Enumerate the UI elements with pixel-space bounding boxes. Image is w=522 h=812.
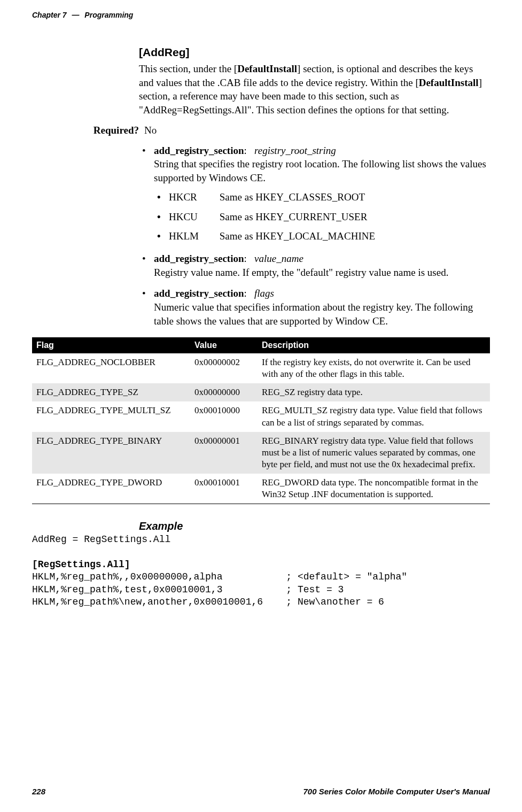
bullet-list: add_registry_section: registry_root_stri… xyxy=(139,144,490,328)
header-dash: — xyxy=(72,11,79,19)
intro-bold-1: DefaultInstall xyxy=(237,63,297,74)
page-header: Chapter 7 — Programming xyxy=(32,11,490,19)
section-intro: This section, under the [DefaultInstall]… xyxy=(139,62,490,117)
inner-bullet-item: HKCR Same as HKEY_CLASSES_ROOT xyxy=(154,190,490,205)
cell-value: 0x00000002 xyxy=(190,353,258,383)
bullet-desc: Numeric value that specifies information… xyxy=(154,301,473,327)
header-left: Chapter 7 — Programming xyxy=(32,11,133,19)
footer-title: 700 Series Color Mobile Computer User's … xyxy=(303,787,490,796)
bullet-item: add_registry_section: value_name Registr… xyxy=(139,252,490,279)
table-row: FLG_ADDREG_TYPE_DWORD 0x00010001 REG_DWO… xyxy=(32,474,490,504)
reg-val: Same as HKEY_CLASSES_ROOT xyxy=(220,191,365,203)
table-row: FLG_ADDREG_NOCLOBBER 0x00000002 If the r… xyxy=(32,353,490,383)
cell-flag: FLG_ADDREG_TYPE_MULTI_SZ xyxy=(32,401,190,431)
code-section-header: [RegSettings.All] xyxy=(32,559,130,570)
inner-bullet-list: HKCR Same as HKEY_CLASSES_ROOT HKCU Same… xyxy=(154,190,490,244)
reg-key: HKLM xyxy=(169,229,217,244)
reg-val: Same as HKEY_LOCAL_MACHINE xyxy=(220,230,375,242)
cell-value: 0x00000000 xyxy=(190,383,258,401)
intro-text-pre: This section, under the [ xyxy=(139,63,237,74)
cell-desc: If the registry key exists, do not overw… xyxy=(258,353,490,383)
chapter-label: Chapter 7 xyxy=(32,11,67,19)
bullet-desc: String that specifies the registry root … xyxy=(154,158,486,183)
cell-desc: REG_BINARY registry data type. Value fie… xyxy=(258,432,490,474)
page-number: 228 xyxy=(32,787,45,796)
table-row: FLG_ADDREG_TYPE_SZ 0x00000000 REG_SZ reg… xyxy=(32,383,490,401)
cell-desc: REG_MULTI_SZ registry data type. Value f… xyxy=(258,401,490,431)
cell-desc: REG_DWORD data type. The noncompatible f… xyxy=(258,474,490,504)
cell-desc: REG_SZ registry data type. xyxy=(258,383,490,401)
required-value: No xyxy=(144,125,157,136)
bullet-term: add_registry_section xyxy=(154,145,244,156)
chapter-title: Programming xyxy=(84,11,133,19)
th-desc: Description xyxy=(258,337,490,353)
code-line: HKLM,%reg_path%\new,another,0x00010001,6… xyxy=(32,597,384,607)
cell-flag: FLG_ADDREG_NOCLOBBER xyxy=(32,353,190,383)
section-title: [AddReg] xyxy=(139,46,490,59)
table-row: FLG_ADDREG_TYPE_MULTI_SZ 0x00010000 REG_… xyxy=(32,401,490,431)
code-line: AddReg = RegSettings.All xyxy=(32,534,170,545)
reg-key: HKCR xyxy=(169,190,217,205)
page-footer: 228 700 Series Color Mobile Computer Use… xyxy=(32,787,490,796)
code-line: HKLM,%reg_path%,,0x00000000,alpha ; <def… xyxy=(32,571,407,582)
reg-key: HKCU xyxy=(169,210,217,225)
code-block: AddReg = RegSettings.All [RegSettings.Al… xyxy=(32,533,490,608)
cell-value: 0x00000001 xyxy=(190,432,258,474)
inner-bullet-item: HKLM Same as HKEY_LOCAL_MACHINE xyxy=(154,229,490,244)
bullet-desc: Registry value name. If empty, the "defa… xyxy=(154,267,448,278)
cell-value: 0x00010001 xyxy=(190,474,258,504)
cell-flag: FLG_ADDREG_TYPE_SZ xyxy=(32,383,190,401)
th-flag: Flag xyxy=(32,337,190,353)
bullet-param: registry_root_string xyxy=(254,145,336,156)
bullet-term: add_registry_section xyxy=(154,288,244,299)
bullet-term: add_registry_section xyxy=(154,253,244,264)
reg-val: Same as HKEY_CURRENT_USER xyxy=(220,211,368,222)
example-title: Example xyxy=(139,520,490,532)
intro-bold-2: DefaultInstall xyxy=(419,77,479,88)
bullet-item: add_registry_section: registry_root_stri… xyxy=(139,144,490,244)
th-value: Value xyxy=(190,337,258,353)
bullet-item: add_registry_section: flags Numeric valu… xyxy=(139,287,490,328)
required-row: Required? No xyxy=(85,125,490,136)
bullet-param: flags xyxy=(254,288,274,299)
inner-bullet-item: HKCU Same as HKEY_CURRENT_USER xyxy=(154,210,490,225)
code-line: HKLM,%reg_path%,test,0x00010001,3 ; Test… xyxy=(32,584,344,595)
cell-flag: FLG_ADDREG_TYPE_BINARY xyxy=(32,432,190,474)
required-label: Required? xyxy=(85,125,144,136)
cell-value: 0x00010000 xyxy=(190,401,258,431)
cell-flag: FLG_ADDREG_TYPE_DWORD xyxy=(32,474,190,504)
flags-table: Flag Value Description FLG_ADDREG_NOCLOB… xyxy=(32,337,490,504)
table-row: FLG_ADDREG_TYPE_BINARY 0x00000001 REG_BI… xyxy=(32,432,490,474)
bullet-param: value_name xyxy=(254,253,303,264)
